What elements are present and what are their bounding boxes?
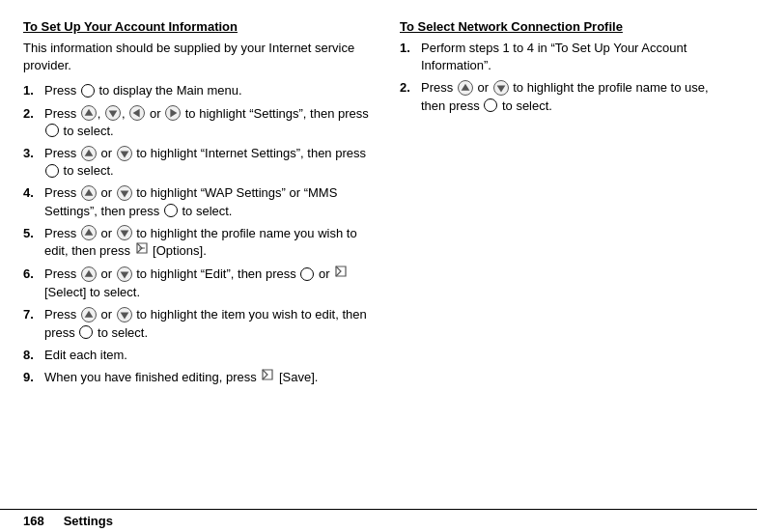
right-icon <box>165 105 181 121</box>
step-content: When you have finished editing, press [S… <box>44 369 371 387</box>
ok-icon <box>300 267 314 281</box>
svg-marker-8 <box>84 229 93 236</box>
ok-icon <box>79 325 93 339</box>
page-number: 168 <box>23 514 44 528</box>
up-icon <box>81 146 97 161</box>
up-icon <box>458 80 473 96</box>
step-number: 2. <box>23 105 41 123</box>
list-item: 5. Press or to highlight the profile nam… <box>23 225 371 261</box>
svg-marker-4 <box>84 149 93 155</box>
down-icon <box>117 185 132 201</box>
down-icon <box>117 307 132 322</box>
list-item: 9. When you have finished editing, press… <box>23 369 371 387</box>
right-section-title: To Select Network Connection Profile <box>400 19 718 34</box>
step-number: 3. <box>23 145 41 162</box>
down-icon <box>105 105 121 121</box>
right-steps-list: 1. Perform steps 1 to 4 in “To Set Up Yo… <box>400 40 718 115</box>
svg-marker-11 <box>120 271 128 278</box>
up-icon <box>81 225 97 240</box>
list-item: 6. Press or to highlight “Edit”, then pr… <box>23 266 371 301</box>
svg-marker-3 <box>170 109 177 118</box>
step-content: Press , , or to highlight <box>44 105 371 140</box>
ok-icon <box>45 164 59 178</box>
softkey-left-icon <box>135 241 149 260</box>
step-number: 8. <box>23 347 41 364</box>
step-content: Press or to highlight the item you wish … <box>44 306 371 341</box>
ok-icon <box>45 124 59 137</box>
left-steps-list: 1. Press to display the Main menu. 2. Pr… <box>23 82 371 387</box>
list-item: 4. Press or to highlight “WAP Settings” … <box>23 184 371 219</box>
footer-bar: 168 Settings <box>0 509 757 532</box>
page-container: To Set Up Your Account Information This … <box>0 0 757 532</box>
right-column: To Select Network Connection Profile 1. … <box>400 19 718 499</box>
step-content: Edit each item. <box>44 347 371 364</box>
step-number: 9. <box>23 369 41 386</box>
step-content: Perform steps 1 to 4 in “To Set Up Your … <box>421 40 718 74</box>
list-item: 2. Press , , or <box>23 105 371 140</box>
content-area: To Set Up Your Account Information This … <box>0 0 757 509</box>
down-icon <box>493 80 509 96</box>
step-content: Press or to highlight the profile name t… <box>421 79 718 114</box>
svg-marker-9 <box>120 231 128 238</box>
step-content: Press or to highlight “Edit”, then press… <box>44 266 371 301</box>
left-section-intro: This information should be supplied by y… <box>23 40 371 74</box>
svg-marker-7 <box>120 190 128 197</box>
up-icon <box>81 105 97 121</box>
left-column: To Set Up Your Account Information This … <box>23 19 371 499</box>
svg-marker-6 <box>84 189 93 196</box>
step-content: Press or to highlight “Internet Settings… <box>44 145 371 180</box>
list-item: 2. Press or to highlight the profile nam… <box>400 79 718 114</box>
up-icon <box>81 266 97 282</box>
list-item: 1. Press to display the Main menu. <box>23 82 371 99</box>
svg-marker-14 <box>461 84 469 91</box>
list-item: 1. Perform steps 1 to 4 in “To Set Up Yo… <box>400 40 718 74</box>
step-content: Press or to highlight the profile name y… <box>44 225 371 261</box>
svg-marker-0 <box>84 109 93 116</box>
up-icon <box>81 185 97 201</box>
svg-marker-12 <box>84 311 93 318</box>
step-number: 7. <box>23 306 41 323</box>
svg-marker-13 <box>120 312 128 319</box>
step-number: 1. <box>23 82 41 99</box>
step-number: 6. <box>23 266 41 283</box>
svg-marker-5 <box>120 151 128 157</box>
down-icon <box>117 225 132 240</box>
left-section-title: To Set Up Your Account Information <box>23 19 371 34</box>
step-number: 5. <box>23 225 41 242</box>
softkey-left-icon <box>261 368 274 386</box>
step-number: 1. <box>400 40 417 57</box>
ok-icon <box>164 204 178 217</box>
list-item: 8. Edit each item. <box>23 347 371 364</box>
ok-icon <box>484 98 497 112</box>
step-content: Press to display the Main menu. <box>44 82 371 99</box>
step-number: 4. <box>23 184 41 202</box>
down-icon <box>117 146 132 161</box>
list-item: 7. Press or to highlight the item you wi… <box>23 306 371 341</box>
step-number: 2. <box>400 79 417 97</box>
svg-marker-15 <box>496 85 505 92</box>
list-item: 3. Press or to highlight “Internet Setti… <box>23 145 371 180</box>
up-icon <box>81 307 97 322</box>
svg-marker-1 <box>109 111 118 118</box>
down-icon <box>117 266 132 282</box>
step-content: Press or to highlight “WAP Settings” or … <box>44 184 371 219</box>
ok-icon <box>81 84 95 98</box>
left-icon <box>129 105 145 121</box>
footer-section-label: Settings <box>64 514 113 528</box>
svg-marker-2 <box>133 109 140 118</box>
softkey-left-icon <box>334 265 348 283</box>
svg-marker-10 <box>84 269 93 276</box>
